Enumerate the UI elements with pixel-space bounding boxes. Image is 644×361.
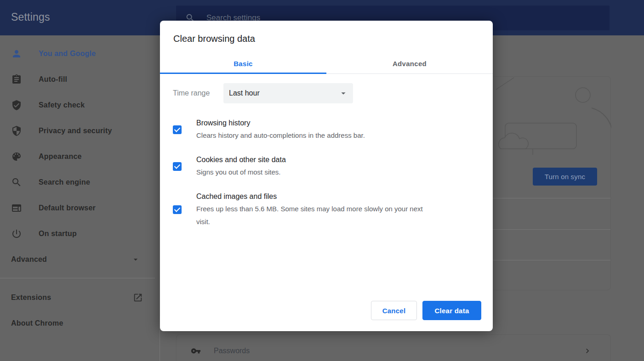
row-cookies: Cookies and other site data Signs you ou… (173, 154, 493, 179)
time-range-select[interactable]: Last hour (223, 83, 353, 103)
sidebar-item-on-startup[interactable]: On startup (0, 221, 160, 247)
row-title: Cached images and files (196, 191, 435, 203)
search-icon (11, 177, 22, 188)
cookies-checkbox[interactable] (173, 162, 182, 171)
cancel-button[interactable]: Cancel (371, 301, 417, 320)
sidebar: You and Google Auto-fill Safety check Pr… (0, 35, 160, 361)
browser-window-icon (11, 203, 22, 214)
chevron-down-icon (338, 88, 348, 98)
sidebar-item-safety-check[interactable]: Safety check (0, 92, 160, 118)
passwords-label: Passwords (214, 347, 250, 355)
sidebar-nav: You and Google Auto-fill Safety check Pr… (0, 35, 160, 336)
sidebar-item-privacy-and-security[interactable]: Privacy and security (0, 118, 160, 144)
person-icon (11, 48, 22, 59)
dialog-checkbox-rows: Browsing history Clears history and auto… (173, 117, 493, 228)
dialog-tabs: Basic Advanced (160, 54, 493, 74)
row-description: Clears history and auto-completions in t… (196, 129, 365, 142)
safety-check-icon (11, 100, 22, 111)
privacy-shield-icon (11, 125, 22, 136)
row-title: Browsing history (196, 117, 365, 129)
passwords-row[interactable]: Passwords (176, 334, 611, 361)
sidebar-item-you-and-google[interactable]: You and Google (0, 41, 160, 67)
dialog-title: Clear browsing data (160, 21, 493, 44)
sidebar-item-extensions[interactable]: Extensions (0, 285, 155, 310)
clear-browsing-data-dialog: Clear browsing data Basic Advanced Time … (160, 21, 493, 331)
browsing-history-checkbox[interactable] (173, 125, 182, 134)
autofill-icon (11, 74, 22, 85)
row-title: Cookies and other site data (196, 154, 286, 166)
chevron-down-icon (131, 255, 140, 264)
open-in-new-icon (133, 293, 143, 303)
power-icon (11, 228, 22, 239)
clear-data-button[interactable]: Clear data (422, 301, 481, 320)
time-range-value: Last hour (229, 89, 260, 97)
sidebar-item-appearance[interactable]: Appearance (0, 144, 160, 169)
dialog-footer: Cancel Clear data (371, 301, 493, 331)
turn-on-sync-button[interactable]: Turn on sync (533, 168, 597, 186)
tab-basic[interactable]: Basic (160, 54, 326, 73)
sidebar-item-autofill[interactable]: Auto-fill (0, 67, 160, 92)
time-range-label: Time range (173, 89, 223, 97)
chevron-right-icon (583, 346, 592, 355)
key-icon (191, 346, 201, 356)
palette-icon (11, 151, 22, 162)
sidebar-advanced-expander[interactable]: Advanced (0, 247, 155, 272)
sidebar-divider (0, 278, 155, 278)
row-description: Frees up less than 5.6 MB. Some sites ma… (196, 203, 435, 228)
sidebar-item-search-engine[interactable]: Search engine (0, 169, 160, 195)
tab-advanced[interactable]: Advanced (326, 54, 493, 73)
time-range-row: Time range Last hour (173, 83, 493, 103)
row-browsing-history: Browsing history Clears history and auto… (173, 117, 493, 142)
sidebar-item-about-chrome[interactable]: About Chrome (0, 310, 155, 336)
cached-images-checkbox[interactable] (173, 205, 182, 214)
row-description: Signs you out of most sites. (196, 166, 286, 179)
row-cached-images: Cached images and files Frees up less th… (173, 191, 493, 228)
page-title: Settings (11, 11, 50, 23)
sidebar-item-default-browser[interactable]: Default browser (0, 195, 160, 221)
